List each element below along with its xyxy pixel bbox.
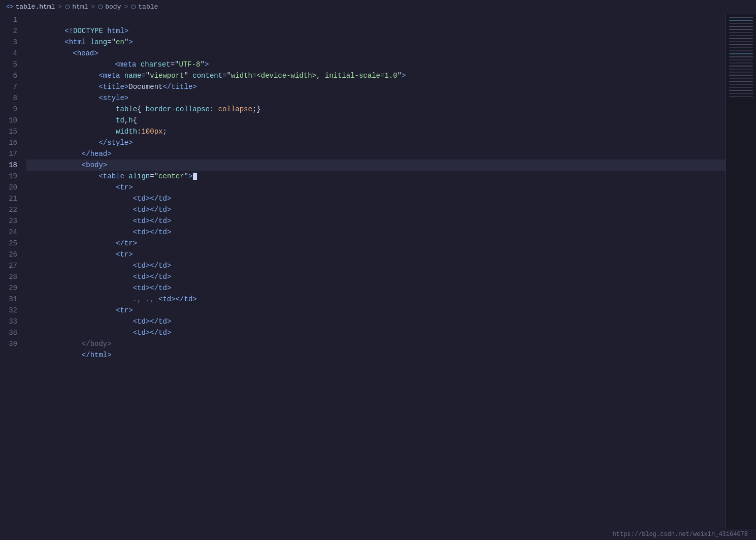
ln-23: 23 [0,215,22,227]
code-line-16: </head> [26,137,756,148]
minimap-line-3 [729,23,753,24]
breadcrumb-sep-1: > [58,3,62,11]
ln-16: 16 [0,137,22,148]
minimap-line-15 [729,59,753,60]
ln-21: 21 [0,193,22,204]
minimap-line-18 [729,69,753,70]
minimap [726,14,756,538]
code-line-17: <body> [26,148,756,160]
code-line-3: <head> [26,37,756,48]
minimap-line-8 [729,38,753,39]
ln-22: 22 [0,204,22,215]
minimap-line-27 [729,96,753,97]
code-line-4: <meta charset="UTF-8"> [26,48,756,59]
ln-39: 39 [0,338,22,350]
minimap-line-25 [729,90,753,91]
minimap-line-6 [729,32,753,33]
footer-url: https://blog.csdn.net/weixin_43164078 [613,531,748,538]
code-line-20: <td></td> [26,182,756,193]
breadcrumb-file[interactable]: table.html [15,3,55,11]
ln-31: 31 [0,294,22,305]
breadcrumb-table[interactable]: table [138,3,158,11]
minimap-line-12 [729,50,753,51]
ln-6: 6 [0,70,22,81]
minimap-line-17 [729,66,753,67]
code-line-2: <html lang="en"> [26,25,756,37]
ln-32: 32 [0,305,22,316]
ln-4: 4 [0,48,22,59]
breadcrumb-sep-3: > [124,3,128,11]
code-line-26: <td></td> [26,249,756,260]
breadcrumb-body[interactable]: body [105,3,121,11]
breadcrumb-table-icon: ⬡ [131,4,136,10]
code-line-1: <!DOCTYPE html> [26,14,756,25]
ln-25: 25 [0,238,22,249]
minimap-line-1 [729,17,753,18]
minimap-line-22 [729,81,753,82]
ln-5: 5 [0,59,22,70]
code-content[interactable]: <!DOCTYPE html> <html lang="en"> <head> … [26,14,756,538]
minimap-line-5 [729,29,753,30]
minimap-line-26 [729,93,753,94]
editor-container: 1 2 3 4 5 6 7 8 9 10 15 16 17 18 19 20 2… [0,14,756,538]
code-line-8: table{ border-collapse: collapse;} [26,92,756,104]
minimap-line-10 [729,44,753,45]
code-line-39: </html> [26,338,756,350]
breadcrumb: <> table.html > ⬡ html > ⬡ body > ⬡ tabl… [0,0,756,14]
ln-24: 24 [0,227,22,238]
minimap-line-13 [729,53,753,54]
ln-29: 29 [0,282,22,294]
minimap-line-14 [729,56,753,57]
file-icon: <> [6,4,13,11]
ln-26: 26 [0,249,22,260]
ln-27: 27 [0,260,22,271]
minimap-line-4 [729,26,753,27]
ln-19: 19 [0,171,22,182]
code-line-18: <table align="center"> [26,160,756,171]
code-line-32: <td></td> [26,305,756,316]
minimap-line-2 [729,20,753,21]
minimap-line-19 [729,72,753,73]
ln-15: 15 [0,126,22,137]
breadcrumb-sep-2: > [91,3,95,11]
code-area: 1 2 3 4 5 6 7 8 9 10 15 16 17 18 19 20 2… [0,14,756,538]
minimap-line-23 [729,84,753,85]
footer-bar: https://blog.csdn.net/weixin_43164078 [605,529,756,540]
breadcrumb-html-icon: ⬡ [65,4,70,10]
ln-33: 33 [0,316,22,327]
ln-9: 9 [0,104,22,115]
ln-28: 28 [0,271,22,282]
breadcrumb-html[interactable]: html [72,3,88,11]
ln-20: 20 [0,182,22,193]
minimap-line-11 [729,47,753,48]
ln-2: 2 [0,25,22,37]
ln-18: 18 [0,160,22,171]
ln-3: 3 [0,37,22,48]
ln-10: 10 [0,115,22,126]
ln-17: 17 [0,148,22,160]
line-numbers: 1 2 3 4 5 6 7 8 9 10 15 16 17 18 19 20 2… [0,14,26,538]
ln-1: 1 [0,14,22,25]
minimap-line-9 [729,41,753,42]
ln-8: 8 [0,92,22,104]
minimap-line-24 [729,87,753,88]
ln-38: 38 [0,327,22,338]
minimap-line-20 [729,75,753,76]
minimap-content [726,14,756,538]
ln-7: 7 [0,81,22,92]
minimap-line-16 [729,62,753,63]
minimap-line-7 [729,35,753,36]
minimap-line-21 [729,78,753,79]
breadcrumb-body-icon: ⬡ [98,4,103,10]
